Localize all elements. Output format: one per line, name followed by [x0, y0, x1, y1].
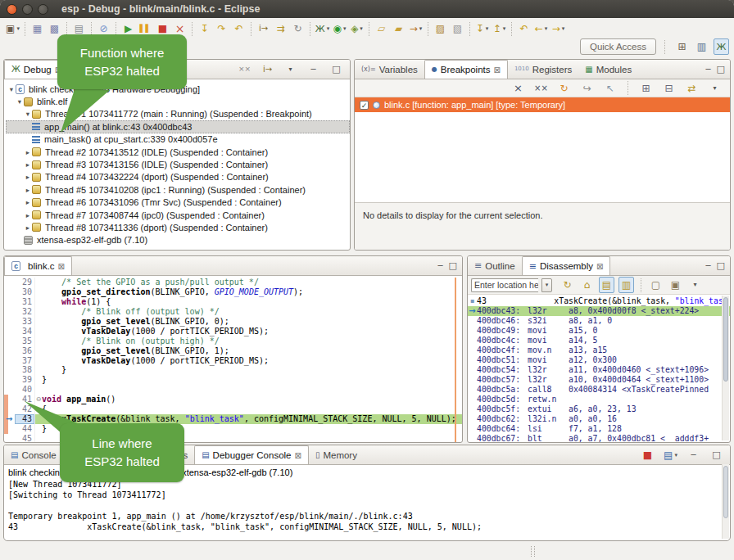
editor-line[interactable]: 32 /* Blink off (output low) */ [4, 307, 462, 317]
last-edit-location-icon[interactable]: ↶ [516, 20, 532, 37]
disassembly-row[interactable]: 400dbc5f:extuia6, a0, 23, 13 [468, 404, 730, 414]
link-editor-icon[interactable]: ↥▾ [492, 20, 507, 37]
flash-download-icon[interactable]: →▾ [408, 20, 424, 37]
debug-tree-row[interactable]: ▸Thread #4 1073432224 (dport) (Suspended… [6, 171, 350, 183]
disassembly-row[interactable]: →400dbc43:l32ra8, 0x400d00f8 <_stext+224… [468, 306, 730, 316]
dropdown-arrow-icon[interactable]: ▾ [343, 25, 347, 32]
debug-icon[interactable]: Ж▾ [315, 20, 330, 37]
minimize-icon[interactable]: ─ [706, 65, 711, 74]
expand-all-icon[interactable]: ⊞ [638, 80, 654, 97]
dropdown-arrow-icon[interactable]: ▾ [486, 25, 489, 32]
new-wizard-icon[interactable]: ▣▾ [5, 20, 20, 37]
editor-line[interactable]: 34 vTaskDelay(1000 / portTICK_PERIOD_MS)… [4, 327, 462, 336]
open-element-icon[interactable]: ▱ [374, 20, 389, 37]
location-input[interactable]: Enter location here [471, 278, 538, 292]
scrollbar-thumb[interactable] [723, 297, 728, 382]
scrollbar-thumb[interactable] [723, 466, 728, 518]
window-minimize-button[interactable] [22, 4, 33, 15]
open-resource-icon[interactable]: ▰ [391, 20, 406, 37]
disassembly-row[interactable]: 400dbc64:lsif7, a1, 128 [468, 424, 730, 434]
step-over-icon[interactable]: ↷ [214, 20, 229, 37]
goto-file-for-breakpoint-icon[interactable]: ↪ [579, 80, 595, 97]
save-icon[interactable]: ▦ [29, 20, 45, 37]
disassembly-row[interactable]: 400dbc4f:mov.na13, a15 [468, 345, 730, 355]
window-maximize-button[interactable] [38, 4, 48, 15]
tree-expander-icon[interactable]: ▾ [7, 85, 16, 93]
remove-all-terminated-icon[interactable]: ×× [237, 61, 252, 78]
breakpoint-checkbox[interactable]: ✓ [360, 101, 369, 110]
home-icon[interactable]: ⌂ [579, 277, 595, 293]
debug-tree-row[interactable]: ▸Thread #2 1073413512 (IDLE) (Suspended … [6, 146, 350, 158]
minimize-icon[interactable]: ─ [438, 261, 443, 270]
disassembly-row[interactable]: 400dbc4c:movia14, 5 [468, 336, 730, 345]
tab-blink-c[interactable]: c blink.c ⊠ [4, 256, 72, 275]
dropdown-arrow-icon[interactable]: ▾ [562, 25, 565, 32]
dropdown-arrow-icon[interactable]: ▾ [674, 452, 677, 458]
forward-icon[interactable]: →▾ [550, 20, 566, 37]
maximize-icon[interactable]: □ [449, 260, 457, 271]
debug-perspective-icon[interactable]: Ж [714, 38, 729, 55]
editor-line[interactable]: 39} [4, 375, 462, 385]
tab-debugger-console[interactable]: ▤Debugger Console⊠ [194, 445, 309, 464]
editor-line[interactable]: 40 [4, 385, 462, 395]
show-source-toggle-icon[interactable]: ▤ [599, 277, 614, 293]
tree-expander-icon[interactable]: ▸ [24, 198, 32, 206]
drop-to-frame-icon[interactable]: ↻ [290, 20, 306, 37]
minimize-icon[interactable]: ─ [706, 261, 711, 270]
pin-view-icon[interactable]: ▣ [668, 277, 683, 293]
disassembly-row[interactable]: 400dbc57:l32ra10, 0x400d0464 <_stext+110… [468, 375, 730, 385]
title-bar[interactable]: esp - Debug - blink/main/blink.c - Eclip… [0, 0, 734, 18]
step-return-icon[interactable]: ↶ [231, 20, 247, 37]
link-with-debug-icon[interactable]: ⇄ [684, 80, 700, 97]
editor-line[interactable]: 33 gpio_set_level(BLINK_GPIO, 0); [4, 317, 462, 327]
tree-expander-icon[interactable]: ▾ [16, 97, 24, 106]
view-menu-icon[interactable]: ▾ [687, 277, 703, 293]
maximize-icon[interactable]: □ [328, 61, 344, 78]
tab-outline[interactable]: ≡Outline [468, 256, 522, 275]
disassembly-row[interactable]: 400dbc5d:retw.n [468, 395, 730, 404]
remove-all-breakpoints-icon[interactable]: ×× [533, 80, 549, 97]
dropdown-arrow-icon[interactable]: ▾ [16, 25, 20, 32]
maximize-icon[interactable]: □ [717, 64, 725, 75]
format-icon[interactable]: ▧ [450, 20, 465, 37]
editor-line[interactable]: 36 gpio_set_level(BLINK_GPIO, 1); [4, 346, 462, 356]
step-into-icon[interactable]: ↧ [197, 20, 212, 37]
tab-registers[interactable]: 1010Registers [508, 60, 578, 79]
cpp-perspective-icon[interactable]: ▥ [694, 38, 709, 55]
refresh-icon[interactable]: ↻ [560, 277, 575, 293]
close-icon[interactable]: ⊠ [58, 262, 65, 271]
back-icon[interactable]: ←▾ [533, 20, 549, 37]
pin-editor-icon[interactable]: ↧▾ [474, 20, 490, 37]
display-console-icon[interactable]: ▤▾ [663, 447, 678, 463]
dropdown-arrow-icon[interactable]: ▾ [545, 25, 548, 32]
minimize-icon[interactable]: ─ [306, 61, 321, 78]
run-icon[interactable]: ◉▾ [332, 20, 347, 37]
debug-tree-row[interactable]: ▸Thread #5 1073410208 (ipc1 : Running) (… [6, 183, 350, 196]
use-step-filters-icon[interactable]: ⇉ [273, 20, 288, 37]
editor-line[interactable]: 35 /* Blink on (output high) */ [4, 336, 462, 346]
dropdown-arrow-icon[interactable]: ▾ [327, 25, 330, 32]
tree-expander-icon[interactable]: ▸ [24, 160, 32, 169]
editor-line[interactable]: 30 gpio_set_direction(BLINK_GPIO, GPIO_M… [4, 287, 462, 297]
disassembly-listing[interactable]: ▪43 xTaskCreate(&blink_task, "blink_tas→… [468, 295, 730, 443]
editor-line[interactable]: 29 /* Set the GPIO as a push/pull output… [4, 278, 462, 287]
breakpoint-row[interactable]: ✓ blink.c [function: app_main] [type: Te… [355, 97, 730, 112]
editor-line[interactable]: 38 } [4, 365, 462, 375]
console-scrollbar[interactable] [722, 464, 729, 539]
disassembly-scrollbar[interactable] [722, 296, 729, 440]
disassembly-row[interactable]: 400dbc54:l32ra11, 0x400d0460 <_stext+109… [468, 365, 730, 375]
debug-tree-row[interactable]: ▸Thread #3 1073413156 (IDLE) (Suspended … [6, 158, 350, 170]
save-all-icon[interactable]: ▩ [47, 20, 62, 37]
minimize-icon[interactable]: ─ [686, 447, 701, 463]
view-menu-icon[interactable]: ▾ [283, 61, 298, 78]
skip-all-breakpoints-icon[interactable]: ↖ [602, 80, 618, 97]
editor-line[interactable]: 37 vTaskDelay(1000 / portTICK_PERIOD_MS)… [4, 356, 462, 366]
mark-occurrences-icon[interactable]: ▨ [433, 20, 448, 37]
terminate-console-icon[interactable]: ■ [640, 447, 655, 463]
tree-expander-icon[interactable]: ▸ [24, 186, 32, 194]
tree-expander-icon[interactable]: ▸ [24, 148, 32, 156]
disassembly-row[interactable]: 400dbc46:s32ia8, a1, 0 [468, 316, 730, 326]
open-perspective-icon[interactable]: ⊞ [674, 38, 690, 55]
debug-tree-row[interactable]: ▸Thread #7 1073408744 (ipc0) (Suspended … [6, 209, 350, 221]
editor-line[interactable]: 31 while(1) { [4, 297, 462, 307]
